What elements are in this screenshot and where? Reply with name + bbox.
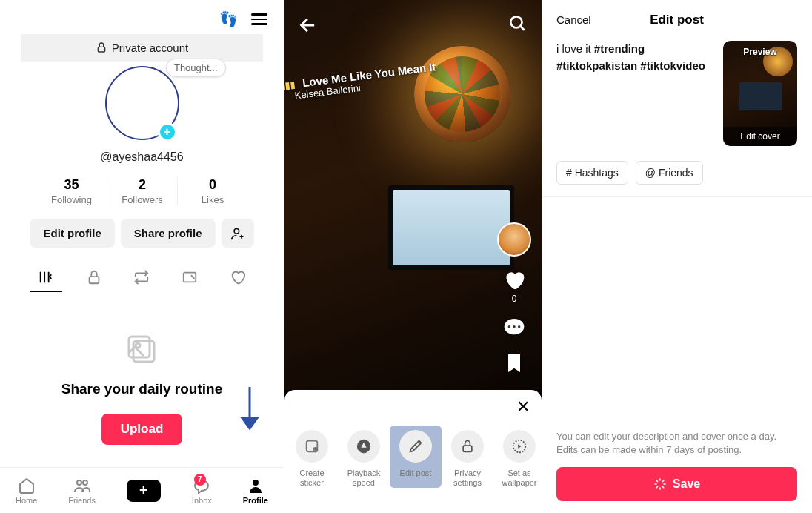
- profile-actions: Edit profile Share profile: [0, 219, 284, 248]
- option-edit-post[interactable]: Edit post: [390, 426, 442, 488]
- like-button[interactable]: 0: [502, 268, 526, 304]
- svg-point-9: [253, 480, 259, 486]
- likes-stat[interactable]: 0Likes: [177, 177, 247, 205]
- tab-reposts[interactable]: [125, 264, 158, 292]
- username: @ayeshaa4456: [0, 150, 284, 164]
- heart-icon: [230, 269, 246, 285]
- lock-icon: [96, 42, 107, 53]
- pencil-icon: [407, 438, 424, 454]
- edit-header: Cancel Edit post: [542, 0, 812, 35]
- search-icon: [508, 13, 527, 33]
- private-label: Private account: [112, 42, 188, 54]
- sheet-options: Create sticker Playback speed Edit post …: [284, 390, 542, 488]
- avatar-container: Thought... +: [102, 66, 183, 148]
- svg-point-13: [513, 325, 515, 328]
- save-button[interactable]: Save: [556, 467, 797, 501]
- options-sheet: ✕ Create sticker Playback speed Edit pos…: [284, 390, 542, 513]
- video-screen: ▮▮▮ Love Me Like You Mean It Kelsea Ball…: [284, 0, 542, 513]
- bottom-nav: Home Friends + 7Inbox Profile: [0, 467, 284, 513]
- cover-thumbnail[interactable]: Preview Edit cover: [723, 41, 797, 146]
- profile-screen: 👣 Private account Thought... + @ayeshaa4…: [0, 0, 284, 513]
- svg-rect-0: [98, 47, 104, 52]
- tab-private[interactable]: [78, 264, 110, 292]
- inbox-badge: 7: [194, 474, 206, 486]
- tab-saved[interactable]: [173, 264, 206, 292]
- nav-inbox[interactable]: 7Inbox: [192, 477, 212, 505]
- annotation-arrow: [239, 385, 260, 434]
- bookmark-icon: [502, 351, 526, 375]
- video-content[interactable]: ▮▮▮ Love Me Like You Mean It Kelsea Ball…: [284, 0, 542, 390]
- option-wallpaper[interactable]: Set as wallpaper: [493, 430, 542, 488]
- option-privacy[interactable]: Privacy settings: [442, 430, 493, 488]
- nav-friends[interactable]: Friends: [68, 477, 96, 505]
- sticker-icon: [304, 438, 320, 454]
- followers-stat[interactable]: 2Followers: [107, 177, 177, 205]
- nav-create[interactable]: +: [127, 480, 161, 502]
- add-friend-button[interactable]: [222, 219, 254, 248]
- nav-profile[interactable]: Profile: [243, 477, 268, 505]
- friends-chip[interactable]: @ Friends: [636, 161, 703, 185]
- repost-icon: [133, 269, 150, 285]
- option-playback-speed[interactable]: Playback speed: [338, 430, 390, 488]
- profile-icon: [247, 477, 264, 494]
- preview-label: Preview: [723, 47, 797, 57]
- share-profile-button[interactable]: Share profile: [121, 219, 216, 248]
- wallpaper-icon: [511, 438, 528, 454]
- speed-icon: [356, 438, 372, 454]
- page-title: Edit post: [650, 13, 704, 27]
- comment-button[interactable]: [502, 316, 526, 340]
- heart-icon: [502, 268, 526, 292]
- stats-row: 35Following 2Followers 0Likes: [0, 177, 284, 205]
- svg-point-14: [518, 325, 520, 328]
- nav-home[interactable]: Home: [16, 477, 37, 505]
- like-count: 0: [512, 294, 517, 304]
- cancel-button[interactable]: Cancel: [556, 13, 591, 26]
- following-stat[interactable]: 35Following: [36, 177, 107, 205]
- lock-icon: [460, 439, 475, 454]
- edit-cover-label: Edit cover: [723, 127, 797, 146]
- add-story-icon[interactable]: +: [158, 122, 177, 142]
- svg-rect-2: [89, 277, 99, 283]
- home-icon: [18, 477, 36, 494]
- lock-icon: [86, 269, 102, 285]
- content-tabs: [0, 264, 284, 292]
- arrow-left-icon: [298, 15, 319, 36]
- upload-button[interactable]: Upload: [102, 414, 183, 445]
- sparkle-icon: [653, 477, 667, 491]
- svg-point-10: [510, 16, 522, 27]
- comment-icon: [502, 316, 526, 340]
- friends-icon: [73, 477, 91, 494]
- edit-note: You can edit your description and cover …: [556, 430, 797, 457]
- chip-row: # Hashtags @ Friends: [542, 152, 812, 197]
- svg-rect-18: [463, 446, 472, 451]
- edit-post-screen: Cancel Edit post i love it #trending #ti…: [542, 0, 812, 513]
- tab-liked[interactable]: [222, 264, 254, 292]
- author-avatar[interactable]: [497, 222, 531, 256]
- images-icon: [124, 332, 160, 368]
- edit-profile-button[interactable]: Edit profile: [30, 219, 114, 248]
- svg-point-7: [77, 480, 81, 485]
- save-bar: Save: [556, 467, 797, 501]
- song-title: Love Me Like You Mean It: [302, 60, 436, 89]
- svg-point-12: [508, 325, 510, 328]
- profile-topbar: 👣: [0, 0, 284, 34]
- option-create-sticker[interactable]: Create sticker: [286, 430, 338, 488]
- search-button[interactable]: [508, 13, 527, 36]
- close-sheet-button[interactable]: ✕: [516, 397, 530, 417]
- footprints-icon[interactable]: 👣: [219, 10, 238, 28]
- action-rail: 0: [497, 222, 531, 375]
- svg-point-1: [234, 228, 239, 234]
- thought-bubble[interactable]: Thought...: [166, 59, 226, 77]
- menu-icon[interactable]: [251, 13, 267, 25]
- hashtags-chip[interactable]: # Hashtags: [556, 161, 628, 185]
- back-button[interactable]: [298, 15, 319, 39]
- bookmark-button[interactable]: [502, 351, 526, 375]
- scene-laptop: [388, 185, 514, 270]
- add-person-icon: [230, 226, 245, 241]
- edit-body: i love it #trending #tiktokpakistan #tik…: [542, 35, 812, 152]
- caption-input[interactable]: i love it #trending #tiktokpakistan #tik…: [556, 41, 714, 146]
- private-account-banner[interactable]: Private account: [21, 34, 263, 62]
- bookmark-icon: [182, 269, 198, 285]
- tab-feed[interactable]: [30, 264, 62, 292]
- svg-point-8: [83, 480, 87, 485]
